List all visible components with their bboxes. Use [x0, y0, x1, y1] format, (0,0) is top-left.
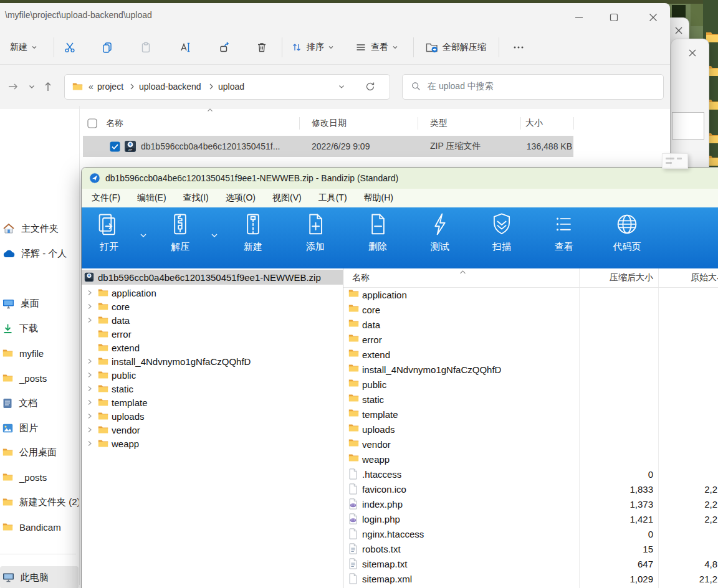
close-button[interactable]: [644, 9, 663, 26]
chevron-down-icon[interactable]: [210, 231, 219, 240]
list-row-nginx.htaccess[interactable]: nginx.htaccess0: [343, 526, 718, 541]
menu-item[interactable]: 工具(T): [318, 192, 347, 204]
bandizip-extract-button[interactable]: 解压: [158, 211, 203, 266]
select-all-checkbox[interactable]: [87, 113, 97, 134]
copy-button[interactable]: [95, 36, 120, 59]
address-bar[interactable]: « project upload-backend upload: [64, 74, 390, 100]
chevron-right-icon[interactable]: [87, 386, 97, 392]
breadcrumb-prefix[interactable]: «: [89, 75, 93, 98]
list-row-template[interactable]: template: [343, 407, 718, 422]
column-original[interactable]: 原始大小: [691, 268, 718, 287]
sidebar-item-公用桌面[interactable]: 公用桌面: [0, 441, 79, 463]
menu-item[interactable]: 编辑(E): [137, 192, 166, 204]
list-row-sitemap.txt[interactable]: sitemap.txt6474,8: [343, 556, 718, 571]
file-row-zip[interactable]: ZIP db1b596ccb0a4be6c1201350451f... 2022…: [83, 136, 573, 157]
tree-item-data[interactable]: data: [82, 313, 343, 327]
list-row-.htaccess[interactable]: .htaccess0: [343, 467, 718, 481]
sidebar-item-pictures[interactable]: 图片: [0, 417, 79, 439]
list-row-login.php[interactable]: login.php1,4212,2: [343, 511, 718, 526]
tree-item-weapp[interactable]: weapp: [82, 437, 343, 450]
chevron-right-icon[interactable]: [87, 303, 97, 310]
sidebar-item-新建文件夹 (2)[interactable]: 新建文件夹 (2): [0, 491, 79, 513]
list-row-application[interactable]: application: [343, 287, 718, 302]
maximize-button[interactable]: [605, 9, 623, 26]
bandizip-scan-button[interactable]: 扫描: [479, 211, 524, 266]
list-row-robots.txt[interactable]: robots.txt15: [343, 541, 718, 556]
up-button[interactable]: [40, 78, 56, 95]
address-dropdown-icon[interactable]: [338, 75, 345, 98]
column-name[interactable]: 名称: [352, 268, 370, 287]
chevron-right-icon[interactable]: [87, 427, 97, 433]
menu-item[interactable]: 视图(V): [272, 192, 302, 204]
menu-item[interactable]: 查找(I): [183, 192, 209, 204]
chevron-right-icon[interactable]: [87, 317, 97, 323]
rename-button[interactable]: [173, 36, 198, 59]
breadcrumb-project[interactable]: project: [97, 75, 123, 98]
sidebar-item-_posts[interactable]: _posts: [0, 367, 79, 389]
bandizip-del-button[interactable]: 删除: [355, 211, 400, 266]
extract-all-button[interactable]: 全部解压缩: [423, 36, 489, 59]
close-button[interactable]: [687, 48, 697, 58]
sidebar-item-Bandicam[interactable]: Bandicam: [0, 516, 79, 538]
menu-item[interactable]: 文件(F): [92, 192, 120, 204]
sidebar-item-home[interactable]: 主文件夹: [0, 217, 79, 240]
list-row-weapp[interactable]: weapp: [343, 452, 718, 467]
recent-locations-button[interactable]: [24, 78, 40, 95]
list-row-sitemap.xml[interactable]: sitemap.xml1,02921,2: [343, 571, 718, 586]
column-packed[interactable]: 压缩后大小: [568, 268, 653, 287]
cut-button[interactable]: [57, 36, 82, 59]
list-row-index.php[interactable]: index.php1,3732,2: [343, 496, 718, 511]
chevron-right-icon[interactable]: [87, 440, 97, 447]
list-row-vendor[interactable]: vendor: [343, 437, 718, 452]
chevron-right-icon[interactable]: [87, 358, 97, 364]
sidebar-item-pc[interactable]: 此电脑: [0, 566, 79, 588]
tree-item-template[interactable]: template: [82, 396, 343, 409]
tree-item-install_4Ndvnymo1gNfaCzQQhfD[interactable]: install_4Ndvnymo1gNfaCzQQhfD: [82, 354, 343, 368]
sidebar-item-_posts[interactable]: _posts: [0, 466, 79, 488]
sort-button[interactable]: 排序: [288, 36, 337, 59]
list-row-uploads[interactable]: uploads: [343, 422, 718, 437]
refresh-button[interactable]: [365, 75, 375, 98]
tree-root-archive[interactable]: db1b596ccb0a4be6c1201350451f9ee1-NEWWEB.…: [82, 270, 343, 285]
list-row-extend[interactable]: extend: [343, 347, 718, 362]
chevron-right-icon[interactable]: [87, 399, 97, 405]
sidebar-item-desktop[interactable]: 桌面: [0, 292, 79, 315]
chevron-right-icon[interactable]: [87, 290, 97, 296]
forward-button[interactable]: [5, 78, 21, 95]
bandizip-add-button[interactable]: 添加: [293, 211, 338, 266]
list-row-favicon.ico[interactable]: favicon.ico1,8332,2: [343, 481, 718, 496]
tree-item-public[interactable]: public: [82, 368, 343, 382]
column-type[interactable]: 类型: [430, 113, 448, 134]
view-button[interactable]: 查看: [352, 36, 401, 59]
bandizip-test-button[interactable]: 测试: [418, 211, 462, 266]
list-row-core[interactable]: core: [343, 302, 718, 317]
tree-item-vendor[interactable]: vendor: [82, 423, 343, 437]
menu-item[interactable]: 选项(O): [226, 192, 256, 204]
bandizip-viewlist-button[interactable]: 查看: [542, 211, 586, 266]
new-button[interactable]: 新建: [7, 36, 40, 59]
tree-item-error[interactable]: error: [82, 327, 343, 341]
close-button[interactable]: [674, 26, 684, 36]
tree-item-application[interactable]: application: [82, 286, 343, 300]
list-row-static[interactable]: static: [343, 392, 718, 407]
sidebar-item-document[interactable]: 文档: [0, 392, 79, 414]
list-row-error[interactable]: error: [343, 332, 718, 347]
breadcrumb-upload[interactable]: upload: [218, 75, 244, 98]
chevron-right-icon[interactable]: [87, 413, 97, 419]
share-button[interactable]: [212, 36, 237, 59]
tree-item-extend[interactable]: extend: [82, 341, 343, 354]
more-button[interactable]: [506, 36, 531, 59]
list-row-data[interactable]: data: [343, 317, 718, 332]
list-row-install_4Ndvnymo1gNfaCzQQhfD[interactable]: install_4Ndvnymo1gNfaCzQQhfD: [343, 362, 718, 377]
paste-button[interactable]: [133, 36, 158, 59]
list-row-public[interactable]: public: [343, 377, 718, 392]
chevron-right-icon[interactable]: [87, 372, 97, 378]
bandizip-open-button[interactable]: 打开: [87, 211, 132, 266]
bandizip-newarc-button[interactable]: 新建: [231, 211, 275, 266]
bandizip-codepage-button[interactable]: 代码页: [605, 211, 649, 266]
row-checkbox[interactable]: [110, 136, 120, 157]
sidebar-item-myfile[interactable]: myfile: [0, 342, 79, 364]
column-modified[interactable]: 修改日期: [312, 113, 347, 134]
delete-button[interactable]: [249, 36, 274, 59]
tree-item-static[interactable]: static: [82, 382, 343, 396]
